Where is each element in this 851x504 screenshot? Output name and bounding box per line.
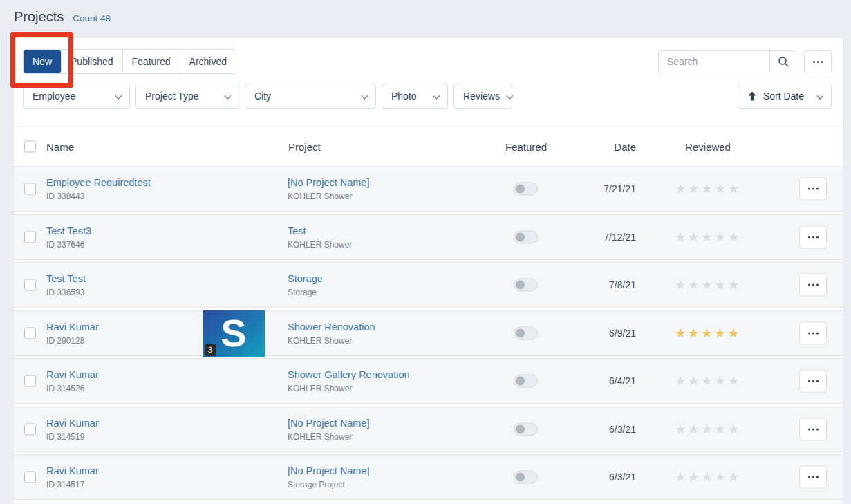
rating-stars[interactable]: ★★★★★ [666, 327, 749, 339]
row-project-link[interactable]: Shower Renovation [288, 321, 375, 332]
star-icon[interactable]: ★ [701, 182, 714, 196]
table-row: Test Test ID 336593 Storage Storage 7/8/… [14, 262, 843, 308]
search-button[interactable] [769, 51, 796, 73]
featured-toggle[interactable] [514, 279, 538, 292]
star-icon[interactable]: ★ [715, 374, 728, 388]
row-id: ID 290128 [46, 335, 99, 345]
row-name-link[interactable]: Ravi Kumar [46, 465, 99, 476]
featured-toggle[interactable] [514, 230, 538, 243]
row-checkbox[interactable] [24, 279, 36, 291]
star-icon[interactable]: ★ [688, 470, 701, 484]
filter-city[interactable]: City [245, 84, 376, 109]
row-more-button[interactable] [799, 418, 827, 440]
rating-stars[interactable]: ★★★★★ [666, 375, 749, 387]
star-icon[interactable]: ★ [675, 374, 688, 388]
featured-toggle[interactable] [514, 471, 538, 484]
row-project-link[interactable]: Test [288, 225, 352, 236]
row-project-link[interactable]: [No Project Name] [288, 417, 369, 428]
star-icon[interactable]: ★ [675, 230, 688, 244]
row-more-button[interactable] [799, 274, 827, 297]
rating-stars[interactable]: ★★★★★ [666, 279, 749, 291]
tab-archived[interactable]: Archived [180, 50, 236, 73]
row-project-link[interactable]: Shower Gallery Renovation [288, 369, 410, 380]
select-all-checkbox[interactable] [24, 140, 36, 152]
star-icon[interactable]: ★ [728, 230, 741, 244]
star-icon[interactable]: ★ [728, 422, 741, 436]
more-options-icon [813, 61, 815, 63]
row-thumbnail[interactable]: S 3 [203, 310, 265, 357]
tab-new[interactable]: New [24, 50, 61, 73]
row-more-button[interactable] [799, 466, 827, 489]
row-more-button[interactable] [799, 370, 827, 393]
star-icon[interactable]: ★ [728, 374, 741, 388]
star-icon[interactable]: ★ [675, 470, 688, 484]
star-icon[interactable]: ★ [728, 278, 741, 292]
star-icon[interactable]: ★ [701, 470, 714, 484]
row-checkbox[interactable] [24, 327, 36, 339]
star-icon[interactable]: ★ [688, 278, 701, 292]
more-options-icon [808, 332, 810, 334]
star-icon[interactable]: ★ [688, 326, 701, 340]
star-icon[interactable]: ★ [715, 326, 728, 340]
row-more-button[interactable] [799, 178, 827, 200]
filter-photo[interactable]: Photo [382, 84, 448, 109]
row-checkbox[interactable] [24, 375, 36, 387]
star-icon[interactable]: ★ [701, 422, 714, 436]
star-icon[interactable]: ★ [688, 422, 701, 436]
row-id: ID 337646 [46, 239, 91, 249]
rating-stars[interactable]: ★★★★★ [666, 183, 749, 195]
star-icon[interactable]: ★ [715, 182, 728, 196]
star-icon[interactable]: ★ [701, 230, 714, 244]
row-checkbox[interactable] [24, 183, 36, 195]
star-icon[interactable]: ★ [701, 374, 714, 388]
row-more-button[interactable] [799, 321, 827, 344]
star-icon[interactable]: ★ [728, 470, 741, 484]
star-icon[interactable]: ★ [675, 326, 688, 340]
search-input[interactable] [659, 51, 769, 73]
star-icon[interactable]: ★ [675, 182, 688, 196]
row-name-link[interactable]: Ravi Kumar [46, 417, 99, 428]
row-project-link[interactable]: [No Project Name] [288, 177, 369, 188]
row-project-link[interactable]: [No Project Name] [288, 465, 369, 476]
row-id: ID 314526 [46, 384, 99, 393]
sort-date-button[interactable]: Sort Date [738, 84, 832, 109]
filter-reviews[interactable]: Reviews [453, 84, 512, 109]
row-name-link[interactable]: Ravi Kumar [46, 321, 99, 332]
row-project-link[interactable]: Storage [288, 273, 323, 284]
row-name-link[interactable]: Employee Requiredtest [46, 177, 151, 188]
row-name-link[interactable]: Test Test3 [46, 225, 91, 236]
star-icon[interactable]: ★ [728, 182, 741, 196]
star-icon[interactable]: ★ [715, 470, 728, 484]
row-checkbox[interactable] [24, 472, 36, 483]
tab-published[interactable]: Published [61, 50, 122, 73]
featured-toggle[interactable] [514, 326, 538, 339]
projects-panel: New Published Featured Archived Employee [14, 38, 843, 504]
project-cell: [No Project Name] KOHLER Shower [288, 417, 369, 441]
row-name-link[interactable]: Ravi Kumar [46, 369, 99, 380]
star-icon[interactable]: ★ [701, 278, 714, 292]
filter-project-type[interactable]: Project Type [135, 84, 239, 109]
star-icon[interactable]: ★ [675, 278, 688, 292]
row-checkbox[interactable] [24, 231, 36, 243]
row-checkbox[interactable] [24, 423, 36, 435]
rating-stars[interactable]: ★★★★★ [666, 231, 749, 243]
star-icon[interactable]: ★ [715, 422, 728, 436]
star-icon[interactable]: ★ [688, 182, 701, 196]
rating-stars[interactable]: ★★★★★ [666, 471, 749, 483]
star-icon[interactable]: ★ [715, 278, 728, 292]
star-icon[interactable]: ★ [688, 230, 701, 244]
row-name-link[interactable]: Test Test [46, 273, 86, 284]
star-icon[interactable]: ★ [701, 326, 714, 340]
star-icon[interactable]: ★ [675, 422, 688, 436]
featured-toggle[interactable] [514, 183, 538, 196]
tab-featured[interactable]: Featured [122, 50, 180, 73]
star-icon[interactable]: ★ [728, 326, 741, 340]
rating-stars[interactable]: ★★★★★ [666, 423, 749, 436]
featured-toggle[interactable] [514, 375, 538, 388]
row-more-button[interactable] [799, 225, 827, 248]
filter-employee[interactable]: Employee [23, 84, 130, 109]
toolbar-more-button[interactable] [804, 50, 832, 73]
star-icon[interactable]: ★ [688, 374, 701, 388]
star-icon[interactable]: ★ [715, 230, 728, 244]
featured-toggle[interactable] [514, 422, 538, 436]
